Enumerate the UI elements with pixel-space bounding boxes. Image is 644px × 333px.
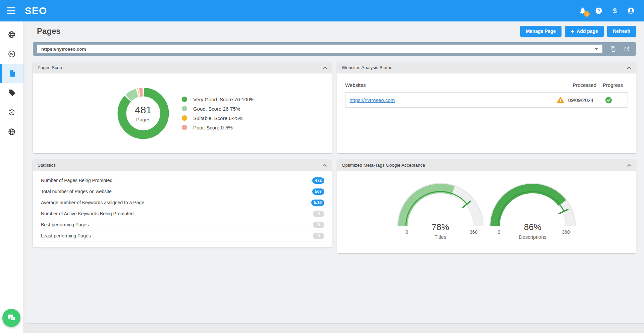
dollar-icon: $ xyxy=(613,7,616,15)
dashboard-grid: Pages Score 481 Pages xyxy=(33,62,636,253)
plus-icon: + xyxy=(571,29,574,34)
menu-icon[interactable] xyxy=(7,7,15,14)
collapse-button[interactable] xyxy=(323,66,327,69)
billing-button[interactable]: $ xyxy=(610,6,619,15)
manage-page-label: Manage Page xyxy=(526,29,556,34)
websites-status-title: Websites Analysis Status xyxy=(342,65,392,70)
legend-item: Poor. Score 0-5% xyxy=(182,124,255,130)
legend-dot xyxy=(182,106,187,111)
sidebar-item-web[interactable] xyxy=(0,122,23,142)
statistics-header: Statistics xyxy=(33,160,332,171)
collapse-button[interactable] xyxy=(323,164,327,167)
sidebar-item-sync[interactable] xyxy=(0,103,23,122)
stat-value-badge: 567 xyxy=(312,188,324,195)
gauge-min: 0 xyxy=(406,229,408,235)
chat-icon xyxy=(6,313,16,323)
chevron-up-icon xyxy=(323,66,327,69)
stat-value-badge: 0 xyxy=(313,211,324,217)
pages-score-body: 481 Pages Very Good. Score 76-100% Good.… xyxy=(33,73,332,153)
stat-value-badge: 0 xyxy=(313,233,324,239)
col-processed: Processed xyxy=(547,82,598,88)
legend-label: Suitable. Score 6-25% xyxy=(193,115,243,121)
wordpress-icon: W xyxy=(8,50,16,58)
donut-label: Pages xyxy=(136,117,151,122)
chevron-down-icon xyxy=(595,48,598,50)
gauge-label: Descriptions xyxy=(519,234,547,240)
stat-label: Average number of Keywords assigned to a… xyxy=(41,200,144,205)
pages-score-donut: 481 Pages xyxy=(115,85,172,142)
gauge-label: Titles xyxy=(434,234,446,240)
page-header: Pages Manage Page + Add page Refresh xyxy=(33,25,636,37)
website-link[interactable]: https://nytroseo.com xyxy=(350,97,543,103)
notifications-button[interactable]: 1 xyxy=(578,6,587,15)
titles-gauge: 78% 0 360 Titles xyxy=(397,183,484,253)
add-page-button[interactable]: + Add page xyxy=(565,26,604,37)
app-logo: SEO xyxy=(25,5,47,16)
legend-label: Poor. Score 0-5% xyxy=(193,125,233,130)
check-circle-icon xyxy=(605,97,612,104)
help-button[interactable]: ? xyxy=(594,6,603,15)
legend-item: Good. Score 26-75% xyxy=(182,106,255,112)
gauge-min: 0 xyxy=(498,229,500,235)
gauge-value: 86% xyxy=(524,222,541,232)
account-button[interactable] xyxy=(627,6,635,15)
document-icon xyxy=(9,69,17,77)
websites-table-header: Websites Processed Progress xyxy=(345,82,628,88)
tag-icon xyxy=(8,89,16,97)
legend-dot xyxy=(182,97,187,102)
stat-label: Number of Pages Being Promoted xyxy=(41,178,112,183)
pages-score-legend: Very Good. Score 76-100% Good. Score 26-… xyxy=(182,96,255,130)
chevron-up-icon xyxy=(323,164,327,167)
chat-launcher-button[interactable] xyxy=(2,309,20,327)
websites-status-header: Websites Analysis Status xyxy=(337,62,636,73)
collapse-button[interactable] xyxy=(627,164,631,167)
stat-row: Average number of Keywords assigned to a… xyxy=(41,197,324,208)
stat-row: Number of Pages Being Promoted 472 xyxy=(41,175,324,186)
manage-page-button[interactable]: Manage Page xyxy=(520,26,561,37)
website-select[interactable]: https://nytroseo.com xyxy=(37,45,602,53)
website-row: https://nytroseo.com 09/09/2024 xyxy=(345,92,628,108)
gauge-value: 78% xyxy=(432,222,449,232)
chevron-up-icon xyxy=(627,66,631,69)
sidebar-item-keywords[interactable] xyxy=(0,83,23,103)
pages-score-header: Pages Score xyxy=(33,62,332,73)
stat-value-badge: 472 xyxy=(312,177,324,184)
gauge-max: 360 xyxy=(470,229,478,235)
meta-tags-body: 78% 0 360 Titles 86% 0 xyxy=(337,171,636,253)
sidebar-item-websites[interactable] xyxy=(0,25,23,44)
page-title: Pages xyxy=(37,26,61,36)
pages-score-card: Pages Score 481 Pages xyxy=(33,62,332,153)
statistics-title: Statistics xyxy=(38,163,56,168)
descriptions-gauge: 86% 0 360 Descriptions xyxy=(489,183,576,253)
donut-center: 481 Pages xyxy=(115,85,172,142)
websites-status-body: Websites Processed Progress https://nytr… xyxy=(337,73,636,108)
chevron-up-icon xyxy=(627,164,631,167)
sidebar: W xyxy=(0,21,23,333)
topbar-actions: 1 ? $ xyxy=(578,6,635,15)
website-selector-bar: https://nytroseo.com xyxy=(33,42,636,56)
legend-dot xyxy=(182,125,187,130)
help-icon: ? xyxy=(595,7,603,15)
sidebar-item-wordpress[interactable]: W xyxy=(0,44,23,64)
legend-item: Very Good. Score 76-100% xyxy=(182,96,255,102)
stat-value-badge: 0 xyxy=(313,222,324,228)
stat-row: Least performing Pages 0 xyxy=(41,230,324,241)
refresh-button[interactable]: Refresh xyxy=(607,26,636,37)
sidebar-item-pages[interactable] xyxy=(0,64,23,83)
add-page-label: Add page xyxy=(577,29,598,34)
external-link-icon[interactable] xyxy=(624,46,630,52)
processed-cell: 09/09/2024 xyxy=(543,97,593,103)
legend-label: Good. Score 26-75% xyxy=(193,106,240,112)
legend-item: Suitable. Score 6-25% xyxy=(182,115,255,121)
notification-badge: 1 xyxy=(584,11,590,17)
website-selector-actions xyxy=(610,46,630,52)
collapse-button[interactable] xyxy=(627,66,631,69)
copy-icon[interactable] xyxy=(610,46,616,52)
progress-cell xyxy=(593,97,624,104)
warning-icon[interactable] xyxy=(557,97,564,103)
col-websites: Websites xyxy=(345,82,547,88)
stat-label: Total number of Pages on website xyxy=(41,189,112,194)
refresh-label: Refresh xyxy=(613,29,630,34)
svg-text:?: ? xyxy=(597,8,600,13)
sync-icon xyxy=(8,108,16,116)
